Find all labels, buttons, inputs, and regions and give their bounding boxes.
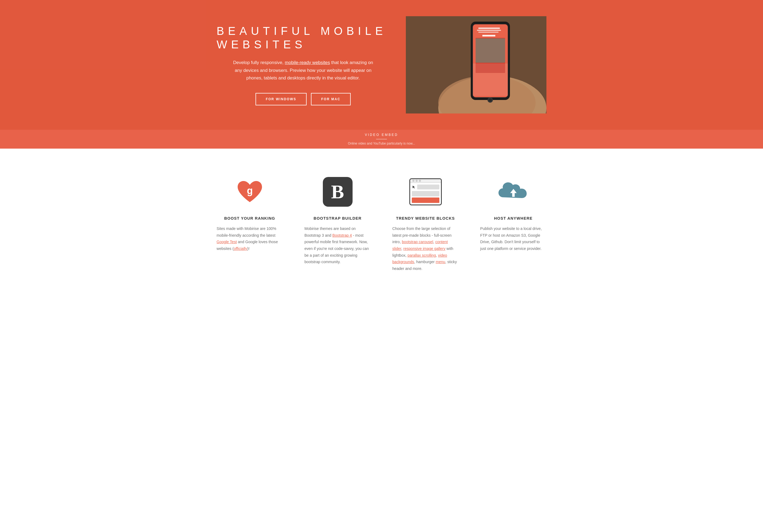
video-strip-divider — [376, 139, 387, 139]
svg-text:g: g — [247, 185, 253, 196]
features-grid: g BOOST YOUR RANKING Sites made with Mob… — [206, 170, 557, 280]
svg-rect-14 — [473, 63, 508, 96]
video-strip-desc: Online video and YouTube particularly is… — [3, 141, 760, 145]
feature-host: HOST ANYWHERE Publish your website to a … — [469, 170, 557, 280]
feature-bootstrap: B BOOTSTRAP BUILDER Mobirise themes are … — [294, 170, 382, 280]
svg-rect-9 — [477, 30, 501, 31]
windows-button[interactable]: FOR WINDOWS — [256, 93, 307, 105]
video-strip-title: VIDEO EMBED — [3, 133, 760, 137]
heart-icon: g — [235, 178, 265, 205]
hero-right-panel — [406, 16, 546, 114]
hero-illustration — [406, 16, 546, 114]
svg-rect-13 — [476, 39, 505, 63]
parallax-scrolling-link[interactable]: parallax scrolling — [407, 253, 436, 257]
hero-buttons: FOR WINDOWS FOR MAC — [217, 93, 389, 105]
host-icon-wrap — [497, 176, 530, 208]
bootstrap-b-letter: B — [331, 181, 344, 203]
browser-icon — [409, 178, 442, 205]
feature-bootstrap-title: BOOTSTRAP BUILDER — [304, 216, 371, 221]
svg-rect-10 — [478, 32, 498, 33]
features-section: g BOOST YOUR RANKING Sites made with Mob… — [0, 148, 763, 296]
browser-row-1 — [412, 185, 439, 189]
cloud-upload-icon — [497, 178, 530, 205]
svg-rect-12 — [482, 35, 495, 37]
browser-topbar — [410, 179, 441, 183]
mobile-ready-link[interactable]: mobile-ready websites — [285, 60, 330, 65]
svg-point-16 — [488, 98, 492, 102]
hero-section: BEAUTIFUL MOBILE WEBSITES Develop fully … — [0, 0, 763, 130]
feature-trendy: TRENDY WEBSITE BLOCKS Choose from the la… — [382, 170, 469, 280]
hero-description: Develop fully responsive, mobile-ready w… — [233, 59, 374, 82]
trendy-icon-wrap — [409, 176, 442, 208]
hero-left-panel: BEAUTIFUL MOBILE WEBSITES Develop fully … — [217, 24, 406, 105]
video-strip: VIDEO EMBED Online video and YouTube par… — [0, 130, 763, 148]
hero-content: BEAUTIFUL MOBILE WEBSITES Develop fully … — [206, 0, 557, 130]
browser-block-orange — [412, 198, 439, 203]
bootstrap4-link[interactable]: Bootstrap 4 — [332, 233, 352, 237]
officially-link[interactable]: officially — [234, 246, 247, 251]
bootstrap-carousel-link[interactable]: bootstrap carousel — [402, 240, 433, 244]
feature-trendy-title: TRENDY WEBSITE BLOCKS — [392, 216, 459, 221]
mac-button[interactable]: FOR MAC — [311, 93, 351, 105]
feature-bootstrap-desc: Mobirise themes are based on Bootstrap 3… — [304, 225, 371, 265]
google-test-link[interactable]: Google Test — [217, 240, 237, 244]
bootstrap-icon: B — [323, 177, 353, 207]
browser-block-a — [417, 185, 439, 189]
hero-title: BEAUTIFUL MOBILE WEBSITES — [217, 24, 389, 51]
feature-boost: g BOOST YOUR RANKING Sites made with Mob… — [206, 170, 294, 280]
responsive-gallery-link[interactable]: responsive image gallery — [403, 246, 446, 251]
bootstrap-icon-wrap: B — [321, 176, 354, 208]
hero-phone-image — [406, 16, 546, 114]
browser-dot-1 — [412, 180, 414, 182]
browser-block-b — [412, 191, 439, 196]
feature-boost-desc: Sites made with Mobirise are 100% mobile… — [217, 225, 283, 252]
browser-dot-3 — [419, 180, 421, 182]
browser-body — [410, 183, 441, 205]
feature-host-title: HOST ANYWHERE — [480, 216, 546, 221]
svg-rect-8 — [478, 28, 500, 29]
feature-trendy-desc: Choose from the large selection of lates… — [392, 225, 459, 272]
browser-dot-2 — [416, 180, 418, 182]
feature-boost-title: BOOST YOUR RANKING — [217, 216, 283, 221]
menu-link[interactable]: menu — [436, 260, 445, 264]
feature-host-desc: Publish your website to a local drive, F… — [480, 225, 546, 252]
cursor-icon — [412, 185, 416, 189]
boost-icon-wrap: g — [234, 176, 266, 208]
